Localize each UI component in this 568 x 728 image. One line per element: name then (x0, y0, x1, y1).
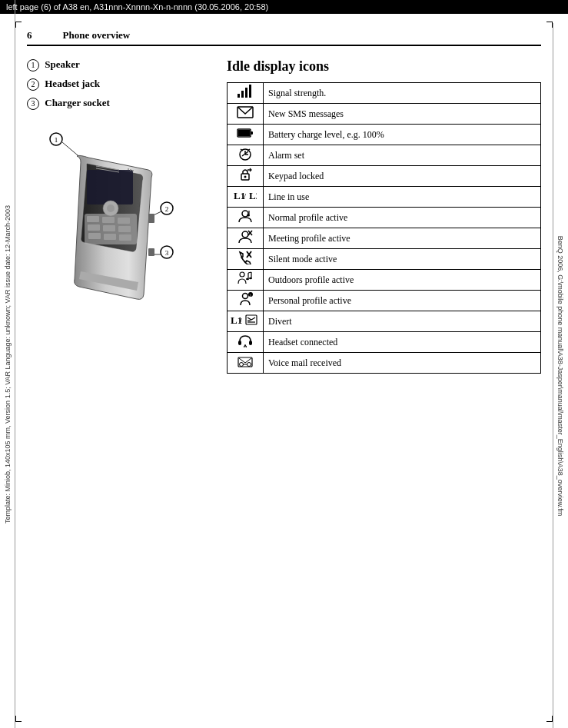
icon-cell-personal: ♪ (228, 291, 264, 311)
desc-divert: Divert (264, 311, 541, 332)
table-row: Silent mode active (228, 249, 541, 270)
svg-rect-21 (118, 226, 131, 232)
svg-rect-27 (148, 214, 154, 223)
list-item: 2 Headset jack (27, 78, 211, 91)
table-row: ♪ Personal profile active (228, 291, 541, 311)
svg-point-61 (249, 278, 252, 279)
svg-rect-71 (238, 341, 241, 345)
meeting-profile-icon (237, 234, 254, 246)
svg-rect-17 (102, 217, 115, 223)
table-row: Battery charge level, e.g. 100% (228, 125, 541, 145)
divert-icon: L1 / (231, 317, 260, 329)
icon-cell-battery (228, 125, 264, 145)
page-header: 6 Phone overview (27, 29, 541, 46)
side-label-right: BenQ 2006, G:\mobile phone manual\A38-Ja… (553, 23, 568, 728)
main-content: 6 Phone overview 1 Speaker 2 Headset jac… (15, 22, 553, 728)
table-row: Keypad locked (228, 166, 541, 187)
desc-headset: Headset connected (264, 332, 541, 353)
list-item: 3 Charger socket (27, 97, 211, 110)
svg-point-59 (246, 278, 249, 280)
item-list: 1 Speaker 2 Headset jack 3 Charger socke… (27, 58, 211, 110)
svg-rect-32 (249, 85, 251, 98)
silent-mode-icon (237, 255, 254, 267)
columns: 1 Speaker 2 Headset jack 3 Charger socke… (27, 58, 541, 374)
icons-table: Signal strength. New SMS me (227, 82, 541, 374)
desc-voicemail: Voice mail received (264, 353, 541, 374)
icon-cell-headset (228, 332, 264, 353)
svg-point-63 (243, 294, 248, 299)
table-row: New SMS messages (228, 104, 541, 125)
side-label-left: Template: Miniob, 140x105 mm, Version 1.… (0, 0, 15, 728)
voicemail-icon (237, 359, 254, 371)
svg-rect-72 (249, 341, 252, 345)
icon-cell-meeting-profile (228, 228, 264, 249)
desc-personal: Personal profile active (264, 291, 541, 311)
svg-rect-23 (104, 234, 116, 240)
page-number: 6 (27, 29, 32, 42)
battery-icon (237, 131, 254, 142)
svg-point-13 (130, 169, 131, 171)
circle-num-3: 3 (27, 98, 39, 110)
svg-text:3: 3 (165, 249, 169, 257)
left-column: 1 Speaker 2 Headset jack 3 Charger socke… (27, 58, 211, 374)
svg-rect-20 (103, 225, 115, 231)
svg-line-62 (248, 272, 251, 273)
icon-cell-outdoors (228, 270, 264, 291)
personal-profile-icon: ♪ (237, 297, 254, 308)
desc-sms: New SMS messages (264, 104, 541, 125)
table-row: Outdoors profile active (228, 270, 541, 291)
svg-rect-29 (237, 94, 240, 98)
item-label-3: Charger socket (45, 97, 110, 108)
outdoors-profile-icon (237, 276, 254, 288)
svg-point-76 (240, 363, 244, 367)
svg-text:♪: ♪ (249, 293, 251, 298)
svg-rect-31 (245, 88, 247, 98)
icon-cell-silent (228, 249, 264, 270)
desc-meeting-profile: Meeting profile active (264, 228, 541, 249)
svg-text:2: 2 (165, 205, 169, 213)
svg-rect-19 (88, 224, 100, 231)
icon-cell-divert: L1 / (228, 311, 264, 332)
desc-normal-profile: Normal profile active (264, 208, 541, 228)
svg-text:L2: L2 (249, 190, 257, 201)
svg-rect-28 (148, 248, 154, 256)
svg-text:/: / (240, 317, 242, 325)
table-row: L1 / L2 Line in use (228, 187, 541, 208)
sms-icon (237, 110, 254, 121)
keypad-locked-icon (237, 172, 254, 184)
desc-alarm: Alarm set (264, 145, 541, 166)
svg-point-26 (107, 204, 115, 212)
item-label-2: Headset jack (45, 78, 100, 89)
svg-rect-35 (251, 131, 253, 135)
icon-cell-sms (228, 104, 264, 125)
svg-text:/: / (244, 191, 247, 201)
table-row: Voice mail received (228, 353, 541, 374)
table-row: Signal strength. (228, 83, 541, 104)
icon-cell-signal (228, 83, 264, 104)
top-bar-text: left page (6) of A38 en, A31nnn-Xnnnn-Xn… (6, 2, 268, 12)
line-icon: L1 / L2 (234, 193, 257, 204)
icon-cell-keypad (228, 166, 264, 187)
section-title: Idle display icons (227, 58, 541, 75)
icon-cell-voicemail (228, 353, 264, 374)
svg-point-51 (247, 214, 250, 217)
signal-icon (237, 89, 254, 101)
svg-text:1: 1 (55, 136, 58, 144)
svg-rect-16 (87, 216, 99, 222)
table-row: Meeting profile active (228, 228, 541, 249)
icon-cell-line: L1 / L2 (228, 187, 264, 208)
svg-point-12 (128, 168, 129, 170)
table-row: Alarm set (228, 145, 541, 166)
phone-illustration: 1 2 3 (35, 125, 188, 325)
table-row: Normal profile active (228, 208, 541, 228)
normal-profile-icon (237, 214, 254, 225)
svg-point-52 (242, 231, 248, 238)
table-row: Headset connected (228, 332, 541, 353)
alarm-icon (237, 151, 254, 163)
icon-cell-normal-profile (228, 208, 264, 228)
svg-rect-30 (241, 91, 244, 98)
svg-rect-24 (119, 234, 131, 241)
svg-rect-22 (88, 233, 101, 239)
svg-rect-9 (87, 170, 133, 204)
desc-keypad: Keypad locked (264, 166, 541, 187)
